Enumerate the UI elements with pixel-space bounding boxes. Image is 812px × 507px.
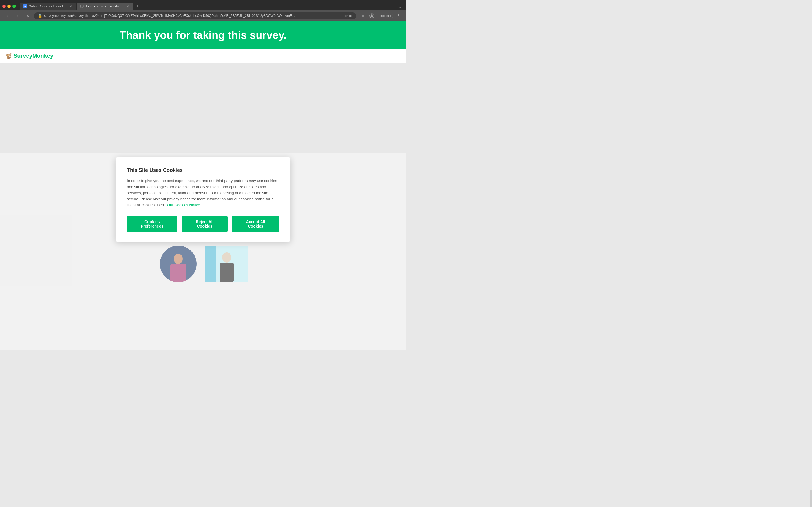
cookie-buttons: Cookies Preferences Reject All Cookies A…	[127, 216, 279, 232]
forward-button[interactable]: ›	[13, 12, 21, 20]
browser-right-icons: ⊞ Incognito ⋮	[358, 12, 403, 20]
tab-loading-spinner	[80, 4, 84, 8]
bookmark-icon[interactable]: ☆	[345, 14, 348, 18]
tab-2-close-button[interactable]: ✕	[126, 4, 130, 8]
browser-tab-2[interactable]: Tools to advance workforce ra... ✕	[77, 3, 133, 10]
tab-2-label: Tools to advance workforce ra...	[86, 4, 124, 8]
logo-icon: 🐒	[6, 53, 12, 59]
address-bar-icons: ☆ ⊞	[345, 14, 352, 18]
browser-tab-1[interactable]: U Online Courses - Learn Anyth... ✕	[20, 3, 76, 10]
lock-icon: 🔒	[38, 14, 42, 18]
extensions-button[interactable]: ⊞	[358, 12, 366, 20]
page-content: Thank you for taking this survey. 🐒 Surv…	[0, 21, 406, 350]
browser-menu-button[interactable]: ⋮	[395, 12, 403, 20]
accept-all-cookies-button[interactable]: Accept All Cookies	[232, 216, 279, 232]
tab-1-close-button[interactable]: ✕	[69, 4, 73, 8]
maximize-window-button[interactable]	[12, 4, 16, 8]
logo-text: SurveyMonkey	[13, 53, 53, 59]
reader-mode-icon[interactable]: ⊞	[349, 14, 352, 18]
cookie-modal-body: In order to give you the best experience…	[127, 178, 279, 208]
account-button[interactable]	[368, 12, 376, 20]
back-button[interactable]: ‹	[3, 12, 11, 20]
surveymonkey-logo[interactable]: 🐒 SurveyMonkey	[6, 53, 53, 59]
tab-1-label: Online Courses - Learn Anyth...	[29, 4, 67, 8]
page-body: This Site Uses Cookies In order to give …	[0, 153, 406, 350]
cookies-preferences-button[interactable]: Cookies Preferences	[127, 216, 177, 232]
survey-banner: Thank you for taking this survey.	[0, 21, 406, 49]
traffic-lights	[2, 4, 16, 8]
cookie-modal: This Site Uses Cookies In order to give …	[116, 157, 290, 242]
address-bar[interactable]: 🔒 surveymonkey.com/survey-thanks/?sm=jTe…	[34, 12, 356, 19]
incognito-badge: Incognito	[377, 13, 393, 18]
address-bar-row: ‹ › ✕ 🔒 surveymonkey.com/survey-thanks/?…	[0, 10, 406, 21]
cookie-modal-title: This Site Uses Cookies	[127, 167, 279, 173]
close-window-button[interactable]	[2, 4, 6, 8]
browser-chrome: U Online Courses - Learn Anyth... ✕ Tool…	[0, 0, 406, 21]
new-tab-button[interactable]: +	[134, 2, 142, 10]
svg-point-1	[371, 14, 373, 16]
tab-bar: U Online Courses - Learn Anyth... ✕ Tool…	[0, 0, 406, 10]
survey-thank-you-title: Thank you for taking this survey.	[6, 29, 400, 41]
reject-all-cookies-button[interactable]: Reject All Cookies	[182, 216, 227, 232]
sm-header: 🐒 SurveyMonkey	[0, 49, 406, 62]
tab-search-button[interactable]: ⌄	[396, 2, 404, 10]
address-text: surveymonkey.com/survey-thanks/?sm=jTePX…	[44, 14, 343, 18]
reload-button[interactable]: ✕	[24, 12, 32, 20]
tab-right-controls: ⌄	[396, 2, 404, 10]
minimize-window-button[interactable]	[7, 4, 11, 8]
our-cookies-notice-link[interactable]: Our Cookies Notice	[167, 203, 200, 207]
